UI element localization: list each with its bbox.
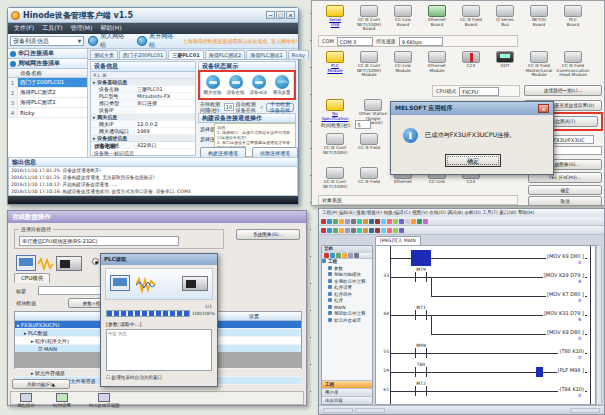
toolbar-icon[interactable] — [363, 219, 368, 224]
menu-item[interactable]: 文件(F) — [14, 24, 34, 33]
toolbar-icon[interactable] — [357, 219, 362, 224]
melsoft-title-bar[interactable]: MELSOFT 应用程序 × — [391, 102, 553, 115]
device-row[interactable]: 2海得PLC测试2 — [8, 88, 87, 98]
cc-ie-field-head[interactable]: CC IE Field Communication Head Module — [556, 51, 590, 78]
toolbar-icon[interactable] — [339, 219, 344, 224]
property-group[interactable]: ▸ 网关信息 — [91, 114, 195, 121]
device-row[interactable]: 1西门子200PLC01 — [8, 78, 87, 88]
no-specification-item[interactable]: No Specification — [318, 99, 352, 121]
gx-toolbar-1[interactable] — [319, 217, 604, 226]
speed-field[interactable]: 9.6Kbps — [399, 37, 443, 46]
tab-西门子200PLC01[interactable]: 西门子200PLC01 — [119, 50, 167, 59]
nav-button-连接目标[interactable]: 连接目标 — [322, 396, 372, 404]
via-cc-ie-cont[interactable]: CC IE Cont NET(/100H) — [318, 133, 352, 155]
toolbar-icon[interactable] — [393, 228, 398, 233]
cancel-button[interactable]: 取消 — [528, 196, 602, 206]
property-row[interactable]: 网关IP12.0.0.2 — [91, 121, 195, 128]
leave-network-button[interactable]: 离开网络组 — [133, 35, 182, 47]
toolbar-icon[interactable] — [381, 228, 386, 233]
toolbar-icon[interactable] — [387, 219, 392, 224]
related-functions-button[interactable]: 关联功能(F)▲ — [12, 379, 70, 389]
toolbar-icon[interactable] — [351, 219, 356, 224]
function-2[interactable]: 时钟设置 — [53, 393, 71, 408]
property-row[interactable]: 网关通讯端口1989 — [91, 128, 195, 135]
ladder-rung[interactable]: 59T80[PLF M98 ] — [391, 363, 589, 382]
manual-check-button[interactable]: 手动检测设备在线 — [266, 103, 294, 112]
property-row[interactable]: PLC型号Mitsubishi-FX — [91, 93, 195, 100]
toolbar-icon[interactable] — [387, 228, 392, 233]
online-title-bar[interactable]: 在线数据操作 — [8, 211, 306, 223]
toolbar-icon[interactable] — [354, 253, 359, 258]
toolbar-icon[interactable] — [333, 228, 338, 233]
auto-close-option[interactable]: ☐ 处理结束时自动关闭窗口 — [106, 375, 162, 380]
ethernet-module[interactable]: Ethernet Module — [420, 51, 454, 78]
property-row[interactable]: 设备名称三菱PLC01 — [91, 86, 195, 93]
com-field[interactable]: COM 3 — [337, 37, 373, 46]
ladder-rung[interactable]: [MOV K7 D80 ]0 — [391, 287, 589, 306]
menu-item[interactable]: 工具(T) — [42, 24, 62, 33]
property-row[interactable]: 设备IP — [91, 107, 195, 114]
toolbar-icon[interactable] — [339, 228, 344, 233]
property-row[interactable]: 接口类型串口连接 — [91, 100, 195, 107]
device-row[interactable]: 4Ricky — [8, 108, 87, 118]
coex-cc-ie-cont[interactable]: CC IE Cont NET(/100H) — [318, 167, 352, 189]
q-series-bus[interactable]: Q Series Bus — [488, 5, 522, 32]
device-list-combo[interactable]: 设备列表信息▼ — [10, 36, 84, 46]
serial-usb[interactable]: Serial USB — [318, 5, 352, 32]
toolbar-icon[interactable] — [375, 219, 380, 224]
melsoft-ok-button[interactable]: 确定 — [445, 154, 501, 167]
toolbar-icon[interactable] — [363, 228, 368, 233]
output-log[interactable]: 2016/11/10 17:01:25: 设备连接通道断开!2016/11/10… — [8, 166, 298, 196]
toolbar-icon[interactable] — [348, 253, 353, 258]
toolbar-icon[interactable] — [405, 219, 410, 224]
tab-Ricky[interactable]: Ricky — [288, 50, 309, 59]
toolbar-icon[interactable] — [333, 219, 338, 224]
toolbar-icon[interactable] — [327, 228, 332, 233]
ladder-editor[interactable]: [MOV K9 D80 ]033M79[MOV K29 D79 ]8[MOV K… — [375, 245, 596, 405]
toolbar-icon[interactable] — [324, 253, 329, 258]
toolbar-icon[interactable] — [342, 253, 347, 258]
sidebar-section-serial[interactable]: 串口连接清单 — [8, 49, 87, 59]
cc-ie-field-master[interactable]: CC IE Field Master/Local Module — [522, 51, 556, 78]
minimize-button[interactable]: − — [266, 11, 275, 19]
toolbar-icon[interactable] — [423, 219, 428, 224]
plc-read-title[interactable]: PLC读取 — [101, 254, 217, 265]
connection-list-button[interactable]: 连接路径一览(L)... — [524, 85, 602, 96]
toolbar-icon[interactable] — [330, 253, 335, 258]
ladder-rung[interactable]: 44M71[MOV K31 D79 ]8 — [391, 306, 589, 325]
property-group[interactable]: ▸ 设备基础信息 — [91, 79, 195, 86]
system-image-button-bg[interactable]: 系统图像(G)... — [236, 229, 300, 240]
got-module[interactable]: GOT — [488, 51, 522, 78]
toolbar-icon[interactable] — [399, 219, 404, 224]
tab-三菱PLC01[interactable]: 三菱PLC01 — [168, 50, 203, 59]
vertical-scrollbar[interactable] — [596, 245, 602, 405]
ladder-rung[interactable]: 61M72(T84 K10)0 — [391, 382, 589, 401]
netii-board[interactable]: NET(II) Board — [522, 5, 556, 32]
toolbar-icon[interactable] — [417, 219, 422, 224]
toolbar-icon[interactable] — [399, 228, 404, 233]
cc-link-board[interactable]: CC-Link Board — [386, 5, 420, 32]
gx-menu-bar[interactable]: 工程(P) 编辑(E) 搜索/替换(F) 转换/编译(C) 视图(V) 在线(O… — [319, 209, 604, 217]
toolbar-icon[interactable] — [345, 228, 350, 233]
property-sort-bar[interactable]: A↓ ⊞ — [91, 72, 195, 79]
toolbar-icon[interactable] — [369, 219, 374, 224]
ladder-rung[interactable]: [MOV K9 D80 ]0 — [391, 325, 589, 344]
plc-board[interactable]: PLC Board — [556, 5, 590, 32]
via-cc-ie-field[interactable]: CC IE Field — [352, 133, 386, 155]
toolbar-icon[interactable] — [351, 228, 356, 233]
gx-toolbar-2[interactable] — [319, 226, 604, 235]
toolbar-icon[interactable] — [336, 253, 341, 258]
tab-cpu-module[interactable]: CPU模块 — [14, 273, 50, 283]
tab-海得PLC测试2[interactable]: 海得PLC测试2 — [205, 50, 245, 59]
hinode-title-bar[interactable]: Hinode设备管理客户端 v1.5 − □ × — [8, 8, 298, 23]
plc-module[interactable]: PLC Module — [318, 51, 352, 78]
c24-module[interactable]: C24 — [454, 51, 488, 78]
toolbar-icon[interactable] — [381, 219, 386, 224]
ok-button[interactable]: 确定 — [528, 185, 602, 195]
cc-link-module[interactable]: CC-Link Module — [386, 51, 420, 78]
ladder-rung[interactable]: 55M98(T80 K10)0 — [391, 344, 589, 363]
menu-item[interactable]: 管理(M) — [71, 24, 93, 33]
toolbar-icon[interactable] — [393, 219, 398, 224]
function-3[interactable]: PLC存储器清除 — [89, 393, 120, 408]
device-row[interactable]: 3海得PLC测试1 — [8, 98, 87, 108]
